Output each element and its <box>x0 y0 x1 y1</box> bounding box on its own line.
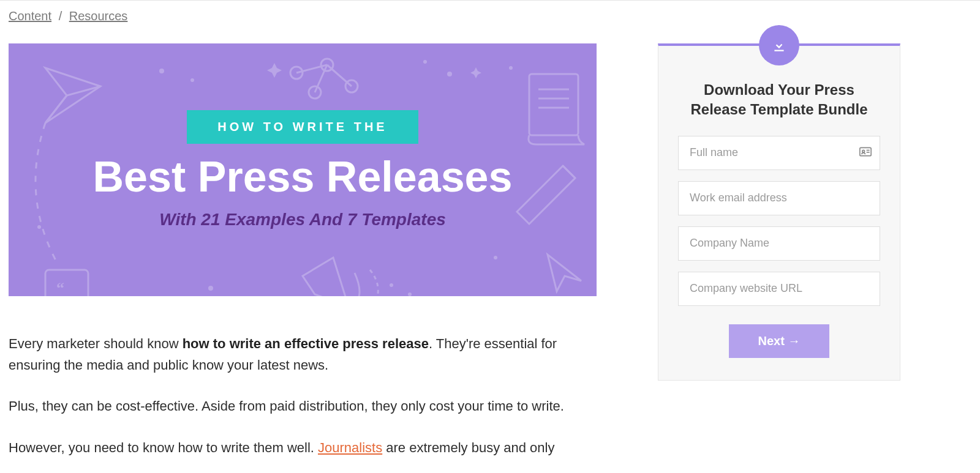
svg-line-11 <box>563 166 575 178</box>
form-heading: Download Your Press Release Template Bun… <box>678 80 880 120</box>
article-text: are extremely busy and only <box>382 440 554 455</box>
breadcrumb: Content / Resources <box>0 0 980 28</box>
company-field[interactable] <box>678 226 880 261</box>
fullname-field[interactable] <box>678 136 880 170</box>
fullname-field-wrap <box>678 136 880 170</box>
next-button[interactable]: Next → <box>729 324 830 358</box>
svg-line-6 <box>315 65 327 92</box>
email-field-wrap <box>678 181 880 215</box>
svg-rect-7 <box>529 74 578 135</box>
article-paragraph: Every marketer should know how to write … <box>9 333 597 376</box>
svg-point-16 <box>423 60 427 64</box>
download-card: Download Your Press Release Template Bun… <box>658 43 900 381</box>
hero-subtitle: With 21 Examples And 7 Templates <box>159 210 446 229</box>
journalists-link[interactable]: Journalists <box>318 440 382 455</box>
breadcrumb-separator: / <box>59 9 62 23</box>
svg-point-3 <box>345 80 358 92</box>
svg-text:“: “ <box>56 279 64 296</box>
sidebar: Download Your Press Release Template Bun… <box>658 43 900 381</box>
svg-point-23 <box>390 283 393 287</box>
article-text: However, you need to know how to write t… <box>9 440 318 455</box>
website-field-wrap <box>678 272 880 306</box>
article-body: Every marketer should know how to write … <box>9 333 597 458</box>
svg-line-5 <box>327 65 352 86</box>
svg-point-0 <box>290 67 303 79</box>
article-strong: how to write an effective press release <box>183 336 429 351</box>
hero-title: Best Press Releases <box>93 155 513 200</box>
svg-point-29 <box>862 150 865 152</box>
svg-point-14 <box>159 69 164 73</box>
company-field-wrap <box>678 226 880 261</box>
svg-point-17 <box>447 72 452 76</box>
hero-ribbon: HOW TO WRITE THE <box>187 110 418 144</box>
svg-rect-12 <box>45 270 88 296</box>
website-field[interactable] <box>678 272 880 306</box>
article-paragraph: Plus, they can be cost-effective. Aside … <box>9 395 597 417</box>
svg-point-18 <box>509 66 513 70</box>
svg-point-1 <box>321 59 333 71</box>
svg-point-24 <box>408 292 412 296</box>
svg-point-2 <box>309 86 321 99</box>
svg-point-15 <box>190 78 194 82</box>
hero-banner: “ „ HOW TO WRITE THE Best Press Releases… <box>9 43 597 296</box>
email-field[interactable] <box>678 181 880 215</box>
breadcrumb-content[interactable]: Content <box>9 9 51 23</box>
breadcrumb-resources[interactable]: Resources <box>69 9 128 23</box>
svg-point-25 <box>494 256 497 259</box>
download-icon <box>759 25 799 65</box>
article-text: Every marketer should know <box>9 336 183 351</box>
article-paragraph: However, you need to know how to write t… <box>9 437 597 458</box>
svg-point-21 <box>208 286 213 291</box>
id-card-icon <box>859 147 872 159</box>
svg-line-4 <box>296 65 327 73</box>
main-column: “ „ HOW TO WRITE THE Best Press Releases… <box>9 28 597 473</box>
svg-point-19 <box>37 225 41 229</box>
